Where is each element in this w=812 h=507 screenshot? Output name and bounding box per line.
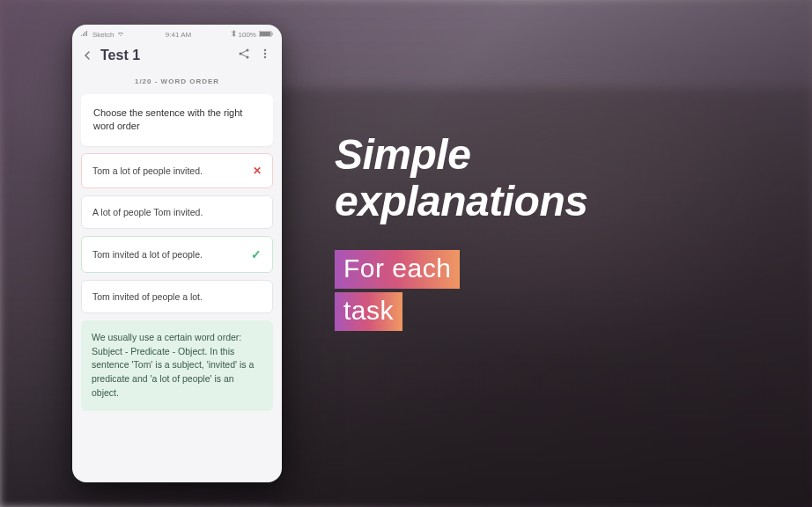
answer-option[interactable]: Tom invited of people a lot.: [81, 280, 273, 313]
clock-label: 9:41 AM: [166, 31, 191, 39]
app-header: Test 1: [72, 40, 282, 74]
progress-label: 1/20 - WORD ORDER: [72, 74, 282, 94]
headline: Simple explanations: [335, 132, 775, 225]
svg-rect-2: [271, 33, 272, 35]
explanation-text: We usually use a certain word order: Sub…: [92, 332, 254, 398]
answer-option[interactable]: A lot of people Tom invited.: [81, 195, 273, 229]
back-icon[interactable]: [83, 48, 92, 63]
answer-text: Tom invited a lot of people.: [92, 249, 203, 260]
answer-text: Tom invited of people a lot.: [92, 291, 203, 302]
status-bar: Sketch 9:41 AM 100%: [72, 25, 282, 40]
carrier-label: Sketch: [92, 31, 114, 39]
svg-point-6: [264, 49, 266, 51]
question-text: Choose the sentence with the right word …: [93, 107, 242, 131]
subhead-line1: For each: [335, 250, 460, 289]
battery-label: 100%: [239, 31, 256, 39]
marketing-copy: Simple explanations For each task: [335, 132, 775, 334]
question-card: Choose the sentence with the right word …: [81, 94, 273, 146]
headline-line2: explanations: [335, 179, 775, 225]
more-icon[interactable]: [259, 48, 271, 63]
signal-icon: [81, 31, 90, 39]
phone-mockup: Sketch 9:41 AM 100% Test 1 1/20 - WORD: [72, 25, 282, 482]
page-title: Test 1: [100, 48, 229, 63]
wifi-icon: [116, 31, 125, 39]
svg-point-8: [264, 56, 266, 58]
svg-point-7: [264, 53, 266, 55]
battery-icon: [259, 31, 273, 39]
bluetooth-icon: [232, 30, 236, 39]
subheadline: For each task: [335, 250, 460, 334]
correct-icon: ✓: [251, 247, 262, 261]
headline-line1: Simple: [335, 132, 775, 179]
answer-text: Tom a lot of people invited.: [92, 165, 203, 176]
svg-rect-1: [260, 32, 270, 36]
wrong-icon: ✕: [253, 165, 262, 177]
answer-text: A lot of people Tom invited.: [92, 207, 203, 217]
content-area: Choose the sentence with the right word …: [72, 94, 282, 411]
subhead-line2: task: [335, 292, 402, 331]
share-icon[interactable]: [238, 48, 250, 63]
answer-option[interactable]: Tom invited a lot of people. ✓: [81, 236, 273, 273]
explanation-card: We usually use a certain word order: Sub…: [81, 320, 273, 411]
answer-option[interactable]: Tom a lot of people invited. ✕: [81, 153, 273, 188]
